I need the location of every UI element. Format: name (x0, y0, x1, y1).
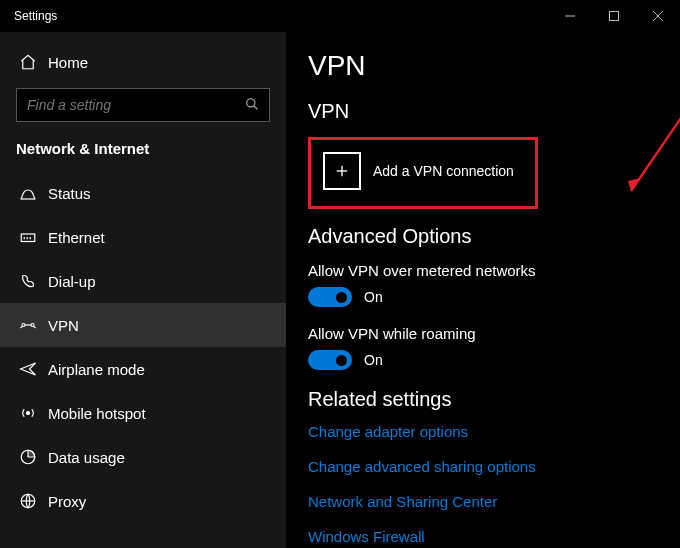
proxy-icon (18, 491, 38, 511)
svg-marker-21 (628, 178, 641, 191)
sidebar-item-label: Status (48, 185, 91, 202)
search-input[interactable] (16, 88, 270, 122)
category-heading: Network & Internet (0, 132, 286, 171)
svg-rect-1 (610, 12, 619, 21)
link-adapter-options[interactable]: Change adapter options (308, 423, 680, 440)
sidebar-item-dialup[interactable]: Dial-up (0, 259, 286, 303)
sidebar-item-label: Data usage (48, 449, 125, 466)
sidebar-item-label: Proxy (48, 493, 86, 510)
toggle-metered-state: On (364, 289, 383, 305)
ethernet-icon (18, 227, 38, 247)
sidebar-item-hotspot[interactable]: Mobile hotspot (0, 391, 286, 435)
hotspot-icon (18, 403, 38, 423)
vpn-icon (18, 315, 38, 335)
sidebar-item-vpn[interactable]: VPN (0, 303, 286, 347)
toggle-roaming: Allow VPN while roaming On (308, 325, 680, 370)
sidebar-item-label: Airplane mode (48, 361, 145, 378)
related-settings-heading: Related settings (308, 388, 680, 411)
svg-line-15 (34, 327, 36, 329)
link-network-sharing-center[interactable]: Network and Sharing Center (308, 493, 680, 510)
sidebar-item-label: Ethernet (48, 229, 105, 246)
svg-point-4 (247, 99, 255, 107)
annotation-highlight-box: Add a VPN connection (308, 137, 538, 209)
add-vpn-label: Add a VPN connection (373, 163, 514, 179)
titlebar: Settings (0, 0, 680, 32)
sidebar-item-proxy[interactable]: Proxy (0, 479, 286, 523)
toggle-roaming-label: Allow VPN while roaming (308, 325, 680, 342)
svg-point-12 (31, 324, 34, 327)
sidebar: Home Network & Internet Status (0, 32, 286, 548)
home-nav[interactable]: Home (0, 40, 286, 84)
dialup-icon (18, 271, 38, 291)
page-title: VPN (308, 50, 680, 82)
home-label: Home (48, 54, 88, 71)
maximize-button[interactable] (592, 0, 636, 32)
sidebar-item-airplane[interactable]: Airplane mode (0, 347, 286, 391)
minimize-button[interactable] (548, 0, 592, 32)
sidebar-item-label: Dial-up (48, 273, 96, 290)
svg-line-14 (21, 327, 23, 329)
svg-point-11 (22, 324, 25, 327)
svg-rect-7 (21, 234, 35, 242)
advanced-options-heading: Advanced Options (308, 225, 680, 248)
link-windows-firewall[interactable]: Windows Firewall (308, 528, 680, 545)
window-title: Settings (0, 9, 57, 23)
status-icon (18, 183, 38, 203)
content-pane: VPN VPN Add a VPN connection Advanced Op… (286, 32, 680, 548)
add-vpn-button[interactable]: Add a VPN connection (323, 152, 523, 190)
vpn-section-heading: VPN (308, 100, 680, 123)
sidebar-item-ethernet[interactable]: Ethernet (0, 215, 286, 259)
sidebar-item-datausage[interactable]: Data usage (0, 435, 286, 479)
toggle-roaming-switch[interactable] (308, 350, 352, 370)
svg-point-16 (27, 412, 30, 415)
toggle-metered-label: Allow VPN over metered networks (308, 262, 680, 279)
plus-icon (323, 152, 361, 190)
sidebar-item-label: VPN (48, 317, 79, 334)
toggle-metered-switch[interactable] (308, 287, 352, 307)
toggle-roaming-state: On (364, 352, 383, 368)
close-button[interactable] (636, 0, 680, 32)
nav-list: Status Ethernet Dial-up VPN Airplane mod… (0, 171, 286, 523)
toggle-metered: Allow VPN over metered networks On (308, 262, 680, 307)
sidebar-item-status[interactable]: Status (0, 171, 286, 215)
search-field[interactable] (25, 96, 245, 114)
svg-line-5 (254, 106, 258, 110)
home-icon (18, 53, 38, 71)
link-advanced-sharing[interactable]: Change advanced sharing options (308, 458, 680, 475)
datausage-icon (18, 447, 38, 467)
search-icon (245, 97, 261, 113)
sidebar-item-label: Mobile hotspot (48, 405, 146, 422)
airplane-icon (18, 359, 38, 379)
